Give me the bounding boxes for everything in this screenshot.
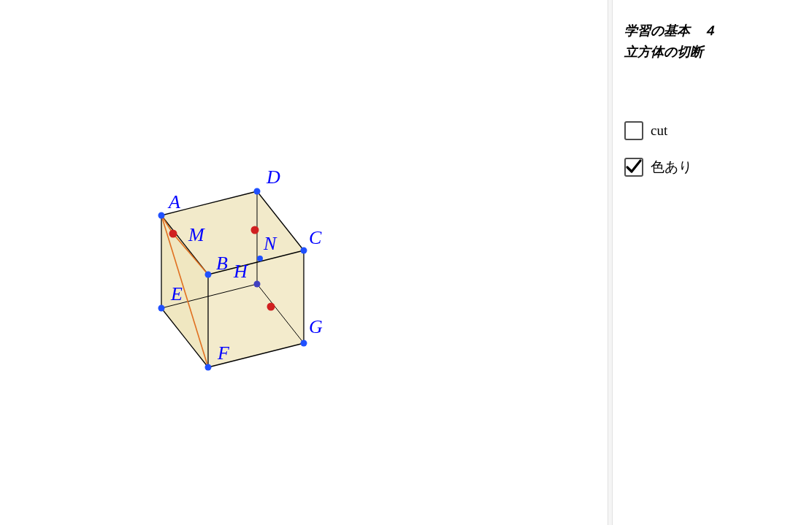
label-E: E (171, 283, 183, 305)
svg-point-22 (254, 188, 261, 195)
cube-svg (0, 0, 608, 525)
checkbox-cut[interactable] (624, 121, 643, 140)
title-line2: 立方体の切断 (624, 42, 800, 63)
svg-point-28 (205, 364, 212, 371)
title-line1: 学習の基本 ４ (624, 20, 800, 42)
geometry-canvas[interactable]: A D C B E H G F M N (0, 0, 608, 525)
cube-faces (161, 191, 304, 367)
label-M: M (188, 224, 204, 246)
label-cut: cut (651, 123, 667, 139)
svg-point-26 (254, 281, 261, 288)
side-panel: 学習の基本 ４ 立方体の切断 cut 色あり (613, 0, 812, 525)
svg-point-25 (158, 305, 165, 312)
label-N: N (264, 233, 276, 255)
panel-title: 学習の基本 ４ 立方体の切断 (624, 20, 800, 63)
control-cut[interactable]: cut (624, 121, 800, 140)
svg-point-23 (301, 248, 307, 254)
svg-point-18 (169, 230, 177, 238)
svg-point-27 (301, 340, 307, 347)
panel-divider[interactable] (608, 0, 613, 525)
label-B: B (216, 253, 228, 275)
label-color: 色あり (651, 158, 692, 177)
label-C: C (309, 227, 321, 249)
checkbox-color[interactable] (624, 158, 643, 177)
svg-point-21 (158, 212, 165, 219)
svg-point-20 (267, 303, 275, 311)
svg-point-24 (205, 272, 212, 278)
label-H: H (234, 261, 248, 283)
label-F: F (218, 342, 229, 364)
svg-point-29 (257, 256, 263, 261)
label-D: D (267, 166, 280, 188)
label-G: G (309, 316, 323, 338)
label-A: A (169, 191, 180, 213)
svg-point-19 (251, 226, 259, 234)
control-color[interactable]: 色あり (624, 158, 800, 177)
